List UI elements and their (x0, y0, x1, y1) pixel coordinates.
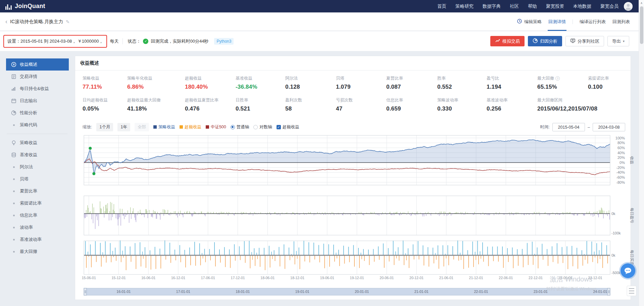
button-label: 模拟交易 (502, 38, 520, 44)
sidebar-item-8[interactable]: 基准收益 (6, 149, 69, 161)
action-buttons: 模拟交易归因分析分享到社区导出▾ (490, 36, 629, 46)
svg-text:80%: 80% (617, 141, 625, 145)
sidebar-item-label: 日志输出 (20, 98, 37, 104)
share-icon (570, 38, 576, 44)
sidebar-item-4[interactable]: 性能分析 (6, 107, 69, 119)
sidebar-item-label: 阿尔法 (20, 164, 33, 170)
user-icon (624, 2, 633, 11)
windows-watermark-line2: 转到“设置”以激活 Windows。 (546, 286, 601, 292)
sidebar-item-13[interactable]: 信息比率 (6, 209, 69, 221)
tab-1[interactable]: 编辑策略 (517, 12, 542, 31)
scrollbar-thumb[interactable] (640, 6, 643, 44)
edit-title-icon[interactable]: ✎ (66, 19, 70, 25)
sidebar-item-7[interactable]: 策略收益 (6, 137, 69, 149)
svg-text:22-06-01: 22-06-01 (499, 276, 513, 280)
nav-item-6[interactable]: 聚宽投资 (546, 3, 564, 9)
sidebar-item-9[interactable]: 阿尔法 (6, 161, 69, 173)
svg-text:16-01-01: 16-01-01 (116, 290, 131, 294)
sidebar-item-label: 每日持仓&收益 (20, 86, 49, 92)
avatar[interactable] (624, 2, 633, 11)
sidebar-item-5[interactable]: 策略代码 (6, 119, 69, 131)
nav-item-5[interactable]: 帮助 (528, 3, 537, 9)
sidebar-item-label: 收益概述 (20, 61, 37, 68)
back-icon[interactable]: ‹ (5, 18, 7, 25)
svg-text:-20%: -20% (616, 166, 625, 170)
brand-logo[interactable]: JoinQuant (5, 3, 45, 10)
sidebar-item-0[interactable]: ¥收益概述 (6, 58, 69, 71)
settings-info: 设置： 2015-05-01 到 2024-03-08， ￥1000000， 每… (3, 35, 234, 48)
sidebar-item-12[interactable]: 索提诺比率 (6, 197, 69, 209)
sidebar-item-14[interactable]: 波动率 (6, 221, 69, 233)
nav-item-8[interactable]: 聚宽会员 (600, 3, 618, 9)
svg-text:17-12-01: 17-12-01 (231, 276, 245, 280)
nav-item-7[interactable]: 本地数据 (573, 3, 591, 9)
header-tabs: 编辑策略回测详情编译运行列表回测列表 (517, 12, 630, 31)
status-text: 回测完成，实际耗时00分44秒 (151, 38, 208, 44)
svg-text:16-06-01: 16-06-01 (141, 276, 155, 280)
svg-text:16-12-01: 16-12-01 (171, 276, 185, 280)
chat-bubble-icon (624, 267, 632, 274)
nav-item-2[interactable]: 策略研究 (455, 3, 474, 9)
joinquant-bars-icon (5, 4, 12, 10)
calendar-icon (11, 98, 16, 103)
brand-name: JoinQuant (15, 3, 45, 10)
svg-text:每日盈亏: 每日盈亏 (630, 208, 634, 224)
svg-text:15-06-01: 15-06-01 (82, 276, 96, 280)
nav-item-3[interactable]: 数据字典 (483, 3, 501, 9)
scroll-up-icon[interactable]: ∧ (639, 0, 644, 6)
sidebar-item-15[interactable]: 基准波动率 (6, 233, 69, 246)
navigator-left-handle[interactable] (84, 288, 87, 295)
chat-support-button[interactable] (621, 263, 635, 278)
nav-item-4[interactable]: 社区 (510, 3, 519, 9)
share-community-button[interactable]: 分享到社区 (565, 36, 604, 46)
svg-text:0k: 0k (611, 253, 615, 257)
sidebar-item-label: 基准波动率 (20, 236, 42, 243)
chart-icon (11, 86, 16, 91)
sidebar-item-label: 波动率 (20, 224, 33, 230)
svg-text:18-01-01: 18-01-01 (236, 290, 250, 294)
sidebar-item-label: 性能分析 (20, 110, 37, 116)
nav-item-1[interactable]: 首页 (437, 3, 446, 9)
svg-text:17-06-01: 17-06-01 (201, 276, 215, 280)
sidebar-item-2[interactable]: 每日持仓&收益 (6, 83, 69, 95)
svg-text:-500k: -500k (611, 271, 621, 275)
caret-down-icon: ▾ (623, 39, 625, 43)
svg-text:19-06-01: 19-06-01 (320, 276, 334, 280)
sidebar-item-1[interactable]: 交易详情 (6, 71, 69, 83)
attribution-button[interactable]: 归因分析 (528, 36, 562, 46)
sidebar-item-16[interactable]: 最大回撤 (6, 246, 69, 258)
sidebar-item-label: 信息比率 (20, 212, 37, 218)
tab-3[interactable]: 编译运行列表 (580, 12, 606, 31)
strategy-title: IC滚动持仓策略.月换主力 (10, 19, 63, 25)
language-badge: Python3 (214, 38, 234, 45)
status-group: 状态： ✓ 回测完成，实际耗时00分44秒 Python3 (128, 38, 234, 45)
svg-text:收益: 收益 (630, 157, 634, 165)
export-button[interactable]: 导出▾ (607, 36, 629, 46)
sidebar-item-3[interactable]: 日志输出 (6, 95, 69, 107)
bullet-icon (13, 239, 15, 241)
bullet-icon (13, 215, 15, 216)
sidebar-item-label: 策略收益 (20, 140, 37, 146)
svg-text:18-06-01: 18-06-01 (260, 276, 275, 280)
svg-text:-60%: -60% (616, 175, 625, 179)
chart-navigator[interactable] (84, 288, 610, 295)
tab-2[interactable]: 回测详情 (548, 12, 566, 31)
svg-text:100%: 100% (615, 136, 625, 140)
frequency-value: 每天 (110, 38, 118, 44)
tab-label: 编辑策略 (524, 19, 542, 25)
bullet-icon (13, 166, 15, 168)
button-label: 导出 (612, 38, 621, 44)
sidebar-item-11[interactable]: 夏普比率 (6, 185, 69, 197)
divider (122, 38, 123, 44)
tab-4[interactable]: 回测列表 (612, 12, 630, 31)
simulate-trade-button[interactable]: 模拟交易 (490, 36, 525, 46)
sidebar-item-10[interactable]: 贝塔 (6, 173, 69, 185)
chart-menu-icon[interactable] (627, 286, 636, 296)
settings-value: 2015-05-01 到 2024-03-08， ￥1000000， (20, 38, 103, 44)
page-scrollbar[interactable]: ∧ (639, 0, 644, 306)
svg-text:17-01-01: 17-01-01 (176, 290, 190, 294)
svg-text:15-12-01: 15-12-01 (112, 276, 126, 280)
navigator-right-handle[interactable] (607, 288, 610, 295)
tab-divider (573, 19, 573, 24)
svg-text:21-01-01: 21-01-01 (414, 290, 429, 294)
